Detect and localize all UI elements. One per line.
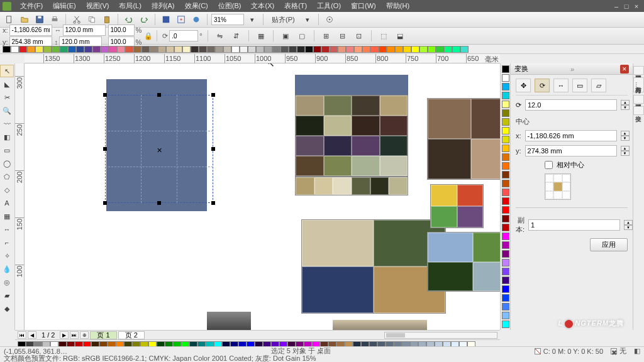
tab-skew[interactable]: ▱: [591, 79, 606, 92]
group-button[interactable]: ⊞: [319, 30, 333, 42]
color-swatch[interactable]: [3, 46, 11, 53]
menu-view[interactable]: 视图(V): [81, 1, 114, 11]
color-swatch[interactable]: [502, 224, 509, 231]
color-swatch[interactable]: [395, 46, 403, 53]
center-y-spinner[interactable]: ▲▼: [621, 146, 630, 156]
color-swatch[interactable]: [502, 197, 509, 205]
color-swatch[interactable]: [35, 46, 43, 53]
color-swatch[interactable]: [379, 46, 387, 53]
color-swatch[interactable]: [502, 206, 509, 214]
page-prev-button[interactable]: ◀: [28, 331, 36, 339]
color-swatch[interactable]: [297, 46, 305, 53]
color-swatch[interactable]: [256, 46, 264, 53]
page-tab-2[interactable]: 页 2: [118, 331, 145, 339]
import-button[interactable]: [159, 13, 173, 26]
publish-button[interactable]: [189, 13, 203, 26]
options-button[interactable]: [323, 13, 336, 26]
color-swatch[interactable]: [502, 101, 509, 108]
snap-button[interactable]: 贴齐(P): [267, 13, 299, 26]
color-swatch[interactable]: [502, 92, 509, 99]
color-swatch[interactable]: [502, 233, 509, 240]
menu-tools[interactable]: 工具(O): [312, 1, 346, 11]
rotate-angle-input[interactable]: [525, 99, 617, 111]
color-swatch[interactable]: [502, 136, 509, 143]
color-swatch[interactable]: [117, 46, 125, 53]
color-swatch[interactable]: [125, 46, 133, 53]
color-swatch[interactable]: [502, 250, 509, 258]
color-swatch[interactable]: [362, 46, 370, 53]
panel-expand-icon[interactable]: »: [570, 65, 574, 73]
menu-arrange[interactable]: 排列(A): [147, 1, 180, 11]
tab-scale[interactable]: ↔: [553, 79, 569, 92]
color-swatch[interactable]: [133, 46, 142, 53]
color-swatch[interactable]: [109, 46, 117, 53]
menu-help[interactable]: 帮助(H): [381, 1, 414, 11]
mirror-h-button[interactable]: ⇋: [213, 30, 227, 42]
color-swatch[interactable]: [354, 46, 362, 53]
color-swatch[interactable]: [305, 46, 313, 53]
color-swatch[interactable]: [502, 321, 509, 328]
color-swatch[interactable]: [502, 118, 509, 126]
color-swatch[interactable]: [150, 46, 158, 53]
page-last-button[interactable]: ⏭: [70, 331, 79, 339]
color-swatch[interactable]: [502, 241, 509, 249]
minimize-button[interactable]: –: [611, 3, 621, 10]
ruler-horizontal[interactable]: 1350130012501200115011001050100095090085…: [25, 54, 500, 63]
color-swatch[interactable]: [76, 46, 84, 53]
color-swatch[interactable]: [19, 46, 27, 53]
color-swatch[interactable]: [158, 46, 166, 53]
width-input[interactable]: [63, 25, 106, 36]
color-swatch[interactable]: [215, 46, 223, 53]
interactive-tool[interactable]: ✧: [0, 250, 14, 262]
pos-x-input[interactable]: [9, 25, 52, 36]
color-swatch[interactable]: [248, 46, 256, 53]
color-swatch[interactable]: [502, 277, 509, 284]
mirror-v-button[interactable]: ⇵: [230, 30, 243, 42]
connector-tool[interactable]: ⌐: [0, 236, 14, 249]
break-button[interactable]: ⬓: [393, 30, 407, 42]
tab-position[interactable]: ✥: [516, 79, 531, 92]
ungroup-button[interactable]: ⊟: [336, 30, 350, 42]
color-swatch[interactable]: [502, 74, 509, 82]
copies-input[interactable]: [528, 219, 620, 231]
ruler-vertical[interactable]: 300250200150100: [15, 63, 25, 330]
freehand-tool[interactable]: 〰: [0, 118, 14, 130]
rotation-input[interactable]: [169, 30, 198, 41]
tab-size[interactable]: ▭: [572, 79, 587, 92]
center-x-spinner[interactable]: ▲▼: [621, 131, 630, 141]
photo-strip[interactable]: [295, 177, 408, 195]
color-swatch[interactable]: [502, 65, 509, 73]
blue-rectangle-2[interactable]: [295, 75, 408, 95]
color-swatch[interactable]: [436, 46, 444, 53]
dock-tab-transform[interactable]: 变换: [633, 106, 644, 115]
order-back-button[interactable]: ▢: [295, 30, 309, 42]
page-first-button[interactable]: ⏮: [18, 331, 26, 339]
snap-dropdown-icon[interactable]: ▾: [301, 13, 314, 26]
eyedropper-tool[interactable]: 💧: [0, 263, 14, 275]
color-swatch[interactable]: [338, 46, 346, 53]
menu-bitmap[interactable]: 位图(B): [213, 1, 247, 11]
combine-button[interactable]: ⬚: [377, 30, 391, 42]
color-swatch[interactable]: [502, 285, 509, 293]
text-tool[interactable]: A: [0, 197, 14, 209]
color-swatch[interactable]: [502, 180, 509, 187]
dimension-tool[interactable]: ↔: [0, 223, 14, 236]
color-swatch[interactable]: [280, 46, 289, 53]
color-swatch[interactable]: [264, 46, 272, 53]
color-swatch[interactable]: [207, 46, 215, 53]
color-swatch[interactable]: [387, 46, 395, 53]
color-swatch[interactable]: [502, 215, 509, 222]
color-swatch[interactable]: [502, 294, 509, 302]
color-swatch[interactable]: [428, 46, 436, 53]
color-swatch[interactable]: [174, 46, 182, 53]
dock-tab-align[interactable]: 对齐与分布…: [633, 77, 644, 92]
lock-ratio-icon[interactable]: 🔒: [144, 30, 152, 42]
rotate-angle-spinner[interactable]: ▲▼: [621, 100, 630, 110]
ungroup-all-button[interactable]: ⊡: [352, 30, 366, 42]
crop-tool[interactable]: ✂: [0, 91, 14, 104]
relative-center-checkbox[interactable]: [545, 161, 553, 169]
drawing-canvas[interactable]: ✕ ↖: [25, 63, 500, 330]
color-swatch[interactable]: [101, 46, 109, 53]
pick-tool[interactable]: ↖: [0, 65, 14, 77]
maximize-button[interactable]: □: [621, 3, 631, 10]
